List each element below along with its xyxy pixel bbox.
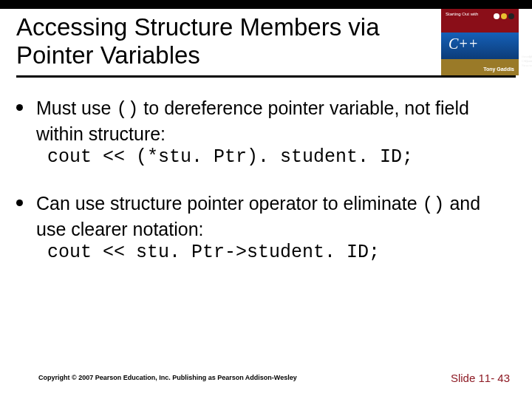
list-item: Can use structure pointer operator to el… <box>16 191 511 265</box>
book-mid: C++ From Control Structuresthrough Objec… <box>441 33 519 59</box>
slide-number: Slide 11- 43 <box>451 372 510 384</box>
item-text: Must use () to dereference pointer varia… <box>36 96 511 169</box>
bullet-icon <box>16 200 23 206</box>
book-top: Starting Out with <box>441 9 519 33</box>
list-item: Must use () to dereference pointer varia… <box>16 96 511 169</box>
copyright-text: Copyright © 2007 Pearson Education, Inc.… <box>38 374 297 381</box>
top-bar <box>0 0 532 9</box>
slide: Accessing Structure Members via Pointer … <box>0 0 532 399</box>
item-text: Can use structure pointer operator to el… <box>36 191 511 265</box>
book-lang: C++ <box>449 35 478 52</box>
bullet-icon <box>16 104 23 111</box>
book-cover: Starting Out with C++ From Control Struc… <box>441 9 519 75</box>
book-heading: Starting Out with <box>446 12 478 16</box>
code-line: cout << stu. Ptr->student. ID; <box>47 241 511 265</box>
title-underline <box>16 75 516 78</box>
code-line: cout << (*stu. Ptr). student. ID; <box>47 146 511 169</box>
billiard-balls-icon <box>494 13 514 19</box>
slide-title: Accessing Structure Members via Pointer … <box>16 13 415 69</box>
content-area: Must use () to dereference pointer varia… <box>16 96 511 287</box>
book-bottom: Tony Gaddis <box>441 59 519 75</box>
book-author: Tony Gaddis <box>483 66 514 72</box>
